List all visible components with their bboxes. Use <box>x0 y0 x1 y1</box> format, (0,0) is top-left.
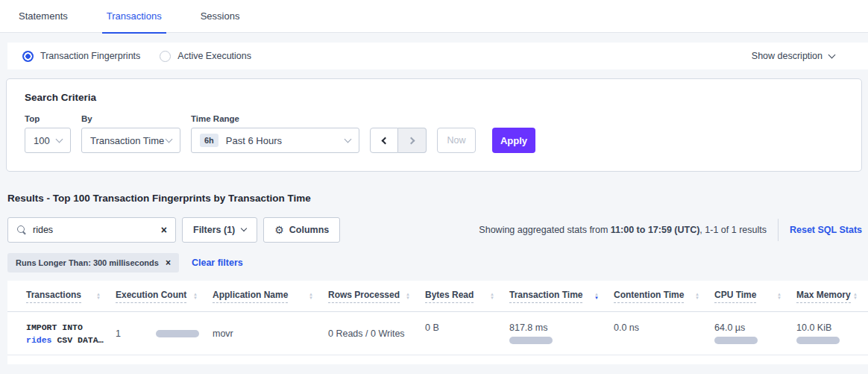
column-label[interactable]: Application Name <box>213 290 288 303</box>
column-header-application-name[interactable]: Application Name ▲▼ <box>213 290 328 303</box>
now-button[interactable]: Now <box>437 128 476 153</box>
search-criteria-controls: Top 100 By Transaction Time Time Range 6… <box>25 114 843 153</box>
radio-active-executions-label: Active Executions <box>177 51 251 61</box>
time-range-badge: 6h <box>200 134 218 147</box>
tab-transactions[interactable]: Transactions <box>107 0 162 33</box>
contention-time-value: 0.0 ns <box>614 322 639 333</box>
search-input[interactable] <box>33 225 161 235</box>
chevron-left-icon <box>382 137 389 144</box>
filter-chip: Runs Longer Than: 300 milliseconds × <box>7 253 179 272</box>
cell-cpu-time: 64.0 µs <box>714 322 796 344</box>
show-description-toggle[interactable]: Show description <box>752 51 834 61</box>
column-label[interactable]: Transaction Time <box>509 290 582 303</box>
max-memory-value: 10.0 KiB <box>796 322 831 333</box>
column-label[interactable]: Bytes Read <box>425 290 474 303</box>
stats-suffix: , 1-1 of 1 results <box>699 225 767 235</box>
table-header-row: Transactions ▲▼ Execution Count ▲▼ Appli… <box>7 281 868 312</box>
column-label[interactable]: Transactions <box>26 290 81 303</box>
column-label[interactable]: CPU Time <box>714 290 756 303</box>
show-description-label: Show description <box>752 51 823 61</box>
time-prev-button[interactable] <box>370 128 398 153</box>
clear-filters-link[interactable]: Clear filters <box>192 258 243 268</box>
column-label[interactable]: Rows Processed <box>328 290 400 303</box>
transaction-fingerprint: IMPORT INTO rides CSV DATA… <box>26 321 104 346</box>
sort-icon[interactable]: ▲▼ <box>777 293 781 300</box>
radio-transaction-fingerprints[interactable]: Transaction Fingerprints <box>22 51 140 62</box>
execution-count-bar <box>156 330 199 337</box>
tab-bar: Statements Transactions Sessions <box>0 0 868 33</box>
sort-icon[interactable]: ▲▼ <box>193 293 198 300</box>
top-label: Top <box>25 114 71 123</box>
column-header-max-memory[interactable]: Max Memory ▲▼ <box>796 290 861 303</box>
top-control: Top 100 <box>25 114 71 153</box>
cell-rows-processed: 0 Reads / 0 Writes <box>328 328 425 339</box>
filter-chip-label: Runs Longer Than: 300 milliseconds <box>16 258 159 267</box>
time-range-label: Time Range <box>191 114 359 123</box>
reset-sql-stats-link[interactable]: Reset SQL Stats <box>790 225 862 235</box>
cell-contention-time: 0.0 ns <box>614 322 714 344</box>
column-header-cpu-time[interactable]: CPU Time ▲▼ <box>714 290 796 303</box>
bytes-read-value: 0 B <box>425 322 439 333</box>
sort-icon[interactable]: ▲▼ <box>695 293 699 300</box>
time-range-value: Past 6 Hours <box>226 135 282 146</box>
transaction-link[interactable]: rides <box>26 335 52 345</box>
time-range-select[interactable]: 6h Past 6 Hours <box>191 128 359 153</box>
column-header-transaction-time[interactable]: Transaction Time ▲▼ <box>509 290 614 303</box>
by-control: By Transaction Time <box>81 114 180 153</box>
search-icon <box>16 225 27 235</box>
chevron-down-icon <box>345 135 352 143</box>
sort-icon[interactable]: ▲▼ <box>406 293 410 300</box>
chevron-down-icon <box>241 225 247 231</box>
tab-statements[interactable]: Statements <box>19 0 68 33</box>
columns-button-label: Columns <box>289 225 329 235</box>
sort-icon[interactable]: ▲▼ <box>490 293 494 300</box>
clear-search-icon[interactable]: × <box>161 225 167 235</box>
column-label[interactable]: Contention Time <box>614 290 684 303</box>
column-header-bytes-read[interactable]: Bytes Read ▲▼ <box>425 290 509 303</box>
execution-count-value: 1 <box>116 328 121 339</box>
filter-chip-row: Runs Longer Than: 300 milliseconds × Cle… <box>7 253 868 272</box>
rows-processed-value: 0 Reads / 0 Writes <box>328 328 405 339</box>
sort-icon[interactable]: ▲▼ <box>853 293 858 300</box>
radio-selected-icon <box>22 51 34 62</box>
by-select-value: Transaction Time <box>90 135 164 146</box>
time-nav-group <box>370 128 427 153</box>
chevron-down-icon <box>166 135 173 143</box>
filters-button[interactable]: Filters (1) <box>182 217 257 243</box>
time-next-button[interactable] <box>398 128 427 153</box>
column-label[interactable]: Execution Count <box>116 290 186 303</box>
radio-active-executions[interactable]: Active Executions <box>160 51 251 62</box>
sort-icon[interactable]: ▲▼ <box>309 293 313 300</box>
stats-area: Showing aggregated stats from 11:00 to 1… <box>479 219 862 241</box>
column-header-contention-time[interactable]: Contention Time ▲▼ <box>614 290 714 303</box>
by-select[interactable]: Transaction Time <box>81 128 180 153</box>
apply-button[interactable]: Apply <box>492 128 535 153</box>
gear-icon: ⚙ <box>274 224 284 236</box>
sql-rest: CSV DATA… <box>52 335 104 345</box>
table-row[interactable]: IMPORT INTO rides CSV DATA… 1 movr 0 Rea… <box>7 312 868 355</box>
top-select-value: 100 <box>34 135 50 146</box>
column-label[interactable]: Max Memory <box>796 290 851 303</box>
transaction-time-bar <box>509 337 553 344</box>
chevron-right-icon <box>407 137 415 144</box>
max-memory-bar <box>796 337 840 344</box>
cell-transaction-time: 817.8 ms <box>509 322 614 344</box>
cell-bytes-read: 0 B <box>425 322 509 344</box>
tab-sessions-label: Sessions <box>201 10 240 22</box>
cpu-time-bar <box>714 337 758 344</box>
cell-transaction[interactable]: IMPORT INTO rides CSV DATA… <box>26 321 116 346</box>
search-criteria-title: Search Criteria <box>25 92 843 103</box>
sort-icon[interactable]: ▲▼ <box>96 293 101 300</box>
top-select[interactable]: 100 <box>25 128 71 153</box>
columns-button[interactable]: ⚙ Columns <box>263 217 340 243</box>
stats-range: 11:00 to 17:59 (UTC) <box>611 225 699 235</box>
remove-filter-icon[interactable]: × <box>166 258 171 268</box>
cpu-time-value: 64.0 µs <box>714 322 745 333</box>
sort-icon-active[interactable]: ▲▼ <box>594 293 599 300</box>
column-header-execution-count[interactable]: Execution Count ▲▼ <box>116 290 213 303</box>
radio-fingerprints-label: Transaction Fingerprints <box>40 51 140 61</box>
column-header-transactions[interactable]: Transactions ▲▼ <box>26 290 116 303</box>
tab-sessions[interactable]: Sessions <box>201 0 240 33</box>
results-table: Transactions ▲▼ Execution Count ▲▼ Appli… <box>7 281 868 364</box>
column-header-rows-processed[interactable]: Rows Processed ▲▼ <box>328 290 425 303</box>
